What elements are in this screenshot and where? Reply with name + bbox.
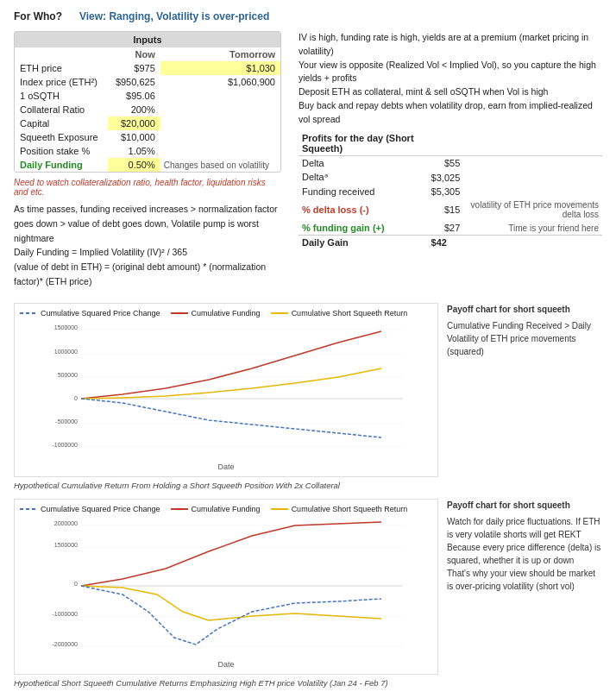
legend-label-0: Cumulative Squared Price Change [41,309,160,318]
profits-row-2: Funding received$5,305 [299,185,602,198]
iv-note-1: IV is high, funding rate is high, yields… [299,31,602,59]
svg-text:0: 0 [74,581,78,587]
chart2-legend-item-2: Cumulative Short Squeeth Return [271,505,408,513]
inputs-row-label-3: Collateral Ratio [15,103,108,116]
inputs-row-now-5: $10,000 [108,130,160,144]
profits-label-1: Deltaᵃ [299,170,428,185]
legend-label-0: Cumulative Squared Price Change [41,505,160,513]
profits-note-1 [463,170,602,185]
legend-line-1 [171,312,188,314]
svg-text:1500000: 1500000 [54,324,78,330]
profits-row-1: Deltaᵃ$3,025 [299,170,602,185]
formula-2: Daily Funding = Implied Volatility (IV)²… [14,245,281,260]
chart2-caption: Hypothetical Short Squeeth Cumulative Re… [14,678,438,688]
chart1-container: Cumulative Squared Price ChangeCumulativ… [14,303,438,477]
chart2-payoff-title: Payoff chart for short squeeth [447,499,602,512]
chart2-legend-item-0: Cumulative Squared Price Change [20,505,160,513]
inputs-row-0: ETH price$975$1,030 [15,61,280,75]
svg-text:0: 0 [74,395,78,401]
main-layout: Inputs Now Tomorrow ETH price$975$1,030I… [14,31,602,294]
inputs-row-now-1: $950,625 [108,75,160,89]
svg-text:500000: 500000 [58,372,78,378]
profits-value-2: $5,305 [428,185,464,198]
chart1-legend-item-2: Cumulative Short Squeeth Return [271,309,408,318]
svg-text:-2000000: -2000000 [52,641,78,647]
profits-row-0: Delta$55 [299,156,602,171]
legend-label-1: Cumulative Funding [192,309,261,318]
profits-value-4: $27 [428,221,464,236]
left-panel: Inputs Now Tomorrow ETH price$975$1,030I… [14,31,281,294]
chart2-area: 2000000 1500000 0 -1000000 -2000000 [20,517,432,646]
chart1-payoff-title: Payoff chart for short squeeth [447,303,602,316]
chart1-area: 1500000 1000000 500000 0 -500000 -100000… [20,321,432,450]
svg-text:-1000000: -1000000 [52,611,78,617]
profits-title: Profits for the day (Short Squeeth) [299,131,428,156]
daily-funding-value: 0.50% [108,158,160,172]
svg-text:1500000: 1500000 [54,542,78,548]
inputs-row-tomorrow-4 [160,116,280,130]
profits-value-1: $3,025 [428,170,464,185]
inputs-row-6: Position stake %1.05% [15,144,280,158]
svg-text:-500000: -500000 [55,418,78,425]
chart2-x-label: Date [20,660,432,669]
chart2-left: Cumulative Squared Price ChangeCumulativ… [14,499,438,688]
profits-note-4: Time is your friend here [463,221,602,236]
profits-note-3: volatility of ETH price movements delta … [463,198,602,221]
inputs-row-tomorrow-3 [160,103,280,116]
svg-text:2000000: 2000000 [54,520,78,526]
inputs-row-now-2: $95.06 [108,89,160,103]
for-who-label: For Who? [14,10,62,22]
warning-text: Need to watch collateralization ratio, h… [14,178,281,197]
chart1-svg: 1500000 1000000 500000 0 -500000 -100000… [20,321,432,450]
col-label-header [15,47,108,61]
inputs-row-2: 1 oSQTH$95.06 [15,89,280,103]
svg-text:-1000000: -1000000 [52,442,78,448]
inputs-row-4: Capital$20,000 [15,116,280,130]
chart1-layout: Cumulative Squared Price ChangeCumulativ… [14,303,602,490]
chart1-left: Cumulative Squared Price ChangeCumulativ… [14,303,438,490]
inputs-row-now-6: 1.05% [108,144,160,158]
profits-note-2 [463,185,602,198]
profits-note-0 [463,156,602,171]
chart2-svg: 2000000 1500000 0 -1000000 -2000000 [20,517,432,655]
iv-note-4: Buy back and repay debts when volatility… [299,99,602,127]
inputs-box: Inputs Now Tomorrow ETH price$975$1,030I… [14,31,281,173]
right-panel: IV is high, funding rate is high, yields… [290,31,602,294]
chart1-x-label: Date [20,462,432,471]
daily-gain-label: Daily Gain [299,236,428,250]
inputs-row-label-0: ETH price [15,61,108,75]
inputs-row-now-4: $20,000 [108,116,160,130]
chart2-legend: Cumulative Squared Price ChangeCumulativ… [20,505,432,513]
profits-label-0: Delta [299,156,428,171]
inputs-row-label-5: Squeeth Exposure [15,130,108,144]
view-label: View: Ranging, Volatility is over-priced [79,10,269,22]
profits-label-4: % funding gain (+) [299,221,428,236]
profits-row-3: % delta loss (-)$15volatility of ETH pri… [299,198,602,221]
formula-block: As time passes, funding received increas… [14,202,281,289]
svg-text:1000000: 1000000 [54,349,78,355]
legend-line-0 [20,312,37,314]
inputs-row-5: Squeeth Exposure$10,000 [15,130,280,144]
legend-line-1 [171,508,188,510]
profits-value-0: $55 [428,156,464,171]
inputs-row-label-2: 1 oSQTH [15,89,108,103]
iv-note-2: Your view is opposite (Realized Vol < Im… [299,59,602,86]
inputs-row-tomorrow-5 [160,130,280,144]
inputs-row-3: Collateral Ratio200% [15,103,280,116]
daily-funding-note: Changes based on volatility [160,158,280,172]
formula-1: As time passes, funding received increas… [14,202,281,245]
profits-label-3: % delta loss (-) [299,198,428,221]
inputs-row-tomorrow-2 [160,89,280,103]
chart1-legend-item-0: Cumulative Squared Price Change [20,309,160,318]
inputs-row-tomorrow-1: $1,060,900 [160,75,280,89]
inputs-row-now-0: $975 [108,61,160,75]
chart2-legend-item-1: Cumulative Funding [171,505,261,513]
formula-3: (value of debt in ETH) = (original debt … [14,260,281,289]
col-tomorrow-header: Tomorrow [160,47,280,61]
iv-notes: IV is high, funding rate is high, yields… [299,31,602,126]
chart2-payoff-note: Watch for daily price fluctuations. If E… [447,515,602,593]
daily-gain-value: $42 [428,236,464,250]
legend-line-2 [271,312,288,314]
inputs-row-now-3: 200% [108,103,160,116]
inputs-row-label-6: Position stake % [15,144,108,158]
